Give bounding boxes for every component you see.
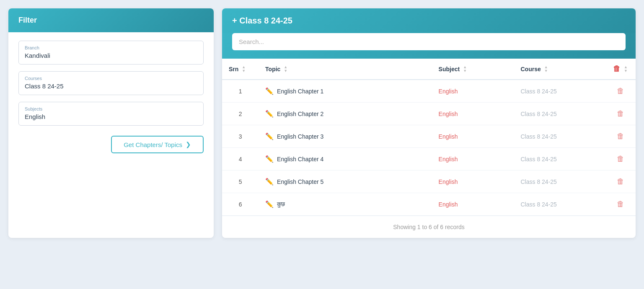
main-header: + Class 8 24-25 xyxy=(222,8,636,33)
trash-header-icon: 🗑 xyxy=(613,65,621,73)
search-input[interactable] xyxy=(232,33,626,50)
topic-text: English Chapter 3 xyxy=(277,133,323,140)
courses-value: Class 8 24-25 xyxy=(25,83,197,90)
topic-text: English Chapter 1 xyxy=(277,88,323,95)
branch-field: Branch Kandivali xyxy=(18,41,204,65)
filter-header: Filter xyxy=(8,8,214,32)
delete-icon[interactable]: 🗑 xyxy=(617,109,624,118)
delete-icon[interactable]: 🗑 xyxy=(617,177,624,186)
table-row: 4 ✏️ English Chapter 4 English Class 8 2… xyxy=(222,148,636,170)
subject-sort-arrows: ▲▼ xyxy=(463,65,467,73)
courses-field: Courses Class 8 24-25 xyxy=(18,71,204,95)
delete-icon[interactable]: 🗑 xyxy=(617,200,624,208)
edit-icon[interactable]: ✏️ xyxy=(265,155,274,163)
table-row: 3 ✏️ English Chapter 3 English Class 8 2… xyxy=(222,125,636,148)
col-action: 🗑 ▲▼ xyxy=(605,59,636,80)
table-row: 6 ✏️ कुछ English Class 8 24-25 🗑 xyxy=(222,193,636,216)
action-cell: 🗑 xyxy=(605,80,636,103)
topic-cell: ✏️ English Chapter 3 xyxy=(259,125,432,148)
course-cell: Class 8 24-25 xyxy=(514,193,605,216)
get-chapters-button[interactable]: Get Chapters/ Topics ❯ xyxy=(111,136,204,153)
action-cell: 🗑 xyxy=(605,193,636,216)
topic-cell: ✏️ English Chapter 5 xyxy=(259,170,432,193)
course-cell: Class 8 24-25 xyxy=(514,103,605,125)
table-row: 5 ✏️ English Chapter 5 English Class 8 2… xyxy=(222,170,636,193)
col-topic[interactable]: Topic ▲▼ xyxy=(259,59,432,80)
course-cell: Class 8 24-25 xyxy=(514,125,605,148)
topic-cell: ✏️ English Chapter 1 xyxy=(259,80,432,103)
course-cell: Class 8 24-25 xyxy=(514,148,605,170)
edit-icon[interactable]: ✏️ xyxy=(265,87,274,95)
chapters-table: Srn ▲▼ Topic ▲▼ Subject xyxy=(222,59,636,216)
col-course[interactable]: Course ▲▼ xyxy=(514,59,605,80)
search-bar-container xyxy=(222,33,636,59)
edit-icon[interactable]: ✏️ xyxy=(265,178,274,186)
course-cell: Class 8 24-25 xyxy=(514,170,605,193)
topic-sort-arrows: ▲▼ xyxy=(284,65,287,73)
table-header-row: Srn ▲▼ Topic ▲▼ Subject xyxy=(222,59,636,80)
col-subject[interactable]: Subject ▲▼ xyxy=(432,59,514,80)
subject-cell: English xyxy=(432,103,514,125)
subject-cell: English xyxy=(432,80,514,103)
branch-label: Branch xyxy=(25,45,197,50)
table-row: 2 ✏️ English Chapter 2 English Class 8 2… xyxy=(222,103,636,125)
course-sort-arrows: ▲▼ xyxy=(544,65,548,73)
get-chapters-label: Get Chapters/ Topics xyxy=(124,141,182,148)
main-title: + Class 8 24-25 xyxy=(232,16,292,26)
delete-icon[interactable]: 🗑 xyxy=(617,87,624,95)
main-panel: + Class 8 24-25 Srn ▲▼ xyxy=(222,8,636,238)
action-cell: 🗑 xyxy=(605,148,636,170)
subject-cell: English xyxy=(432,148,514,170)
course-cell: Class 8 24-25 xyxy=(514,80,605,103)
srn-cell: 1 xyxy=(222,80,259,103)
topic-cell: ✏️ English Chapter 4 xyxy=(259,148,432,170)
edit-icon[interactable]: ✏️ xyxy=(265,132,274,140)
col-srn[interactable]: Srn ▲▼ xyxy=(222,59,259,80)
chevron-right-icon: ❯ xyxy=(186,141,191,148)
filter-panel: Filter Branch Kandivali Courses Class 8 … xyxy=(8,8,214,238)
action-cell: 🗑 xyxy=(605,170,636,193)
srn-cell: 6 xyxy=(222,193,259,216)
subject-cell: English xyxy=(432,125,514,148)
pagination-info: Showing 1 to 6 of 6 records xyxy=(393,224,464,230)
table-row: 1 ✏️ English Chapter 1 English Class 8 2… xyxy=(222,80,636,103)
action-sort-arrows: ▲▼ xyxy=(624,65,628,73)
action-cell: 🗑 xyxy=(605,125,636,148)
filter-title: Filter xyxy=(18,16,37,24)
table-body: 1 ✏️ English Chapter 1 English Class 8 2… xyxy=(222,80,636,216)
topic-text: English Chapter 4 xyxy=(277,156,323,163)
srn-cell: 3 xyxy=(222,125,259,148)
courses-label: Courses xyxy=(25,76,197,81)
srn-cell: 2 xyxy=(222,103,259,125)
table-footer: Showing 1 to 6 of 6 records xyxy=(222,216,636,238)
topic-text: English Chapter 2 xyxy=(277,111,323,117)
topic-cell: ✏️ कुछ xyxy=(259,193,432,216)
edit-icon[interactable]: ✏️ xyxy=(265,110,274,118)
table-container: Srn ▲▼ Topic ▲▼ Subject xyxy=(222,59,636,216)
filter-body: Branch Kandivali Courses Class 8 24-25 S… xyxy=(8,32,214,166)
edit-icon[interactable]: ✏️ xyxy=(265,200,274,208)
srn-cell: 4 xyxy=(222,148,259,170)
subjects-value: English xyxy=(25,113,197,120)
srn-cell: 5 xyxy=(222,170,259,193)
topic-cell: ✏️ English Chapter 2 xyxy=(259,103,432,125)
action-cell: 🗑 xyxy=(605,103,636,125)
topic-text: English Chapter 5 xyxy=(277,178,323,185)
topic-text: कुछ xyxy=(277,201,285,208)
subjects-label: Subjects xyxy=(25,106,197,111)
subject-cell: English xyxy=(432,193,514,216)
subject-cell: English xyxy=(432,170,514,193)
delete-icon[interactable]: 🗑 xyxy=(617,155,624,163)
delete-icon[interactable]: 🗑 xyxy=(617,132,624,140)
subjects-field: Subjects English xyxy=(18,102,204,126)
branch-value: Kandivali xyxy=(25,52,197,59)
srn-sort-arrows: ▲▼ xyxy=(242,65,246,73)
